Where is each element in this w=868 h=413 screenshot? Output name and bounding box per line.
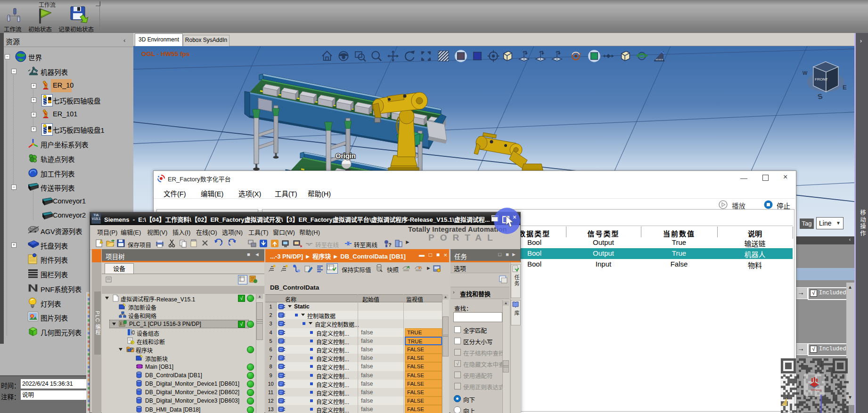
svg-text:FRONT: FRONT [815, 77, 828, 81]
svg-text:E: E [843, 84, 847, 91]
svg-text:Origin: Origin [336, 152, 356, 160]
svg-text:OGL - HW55 fps: OGL - HW55 fps [141, 50, 190, 57]
svg-text:?: ? [388, 242, 392, 248]
svg-text:W: W [802, 70, 808, 76]
svg-text:ER Factory: ER Factory [811, 389, 822, 391]
